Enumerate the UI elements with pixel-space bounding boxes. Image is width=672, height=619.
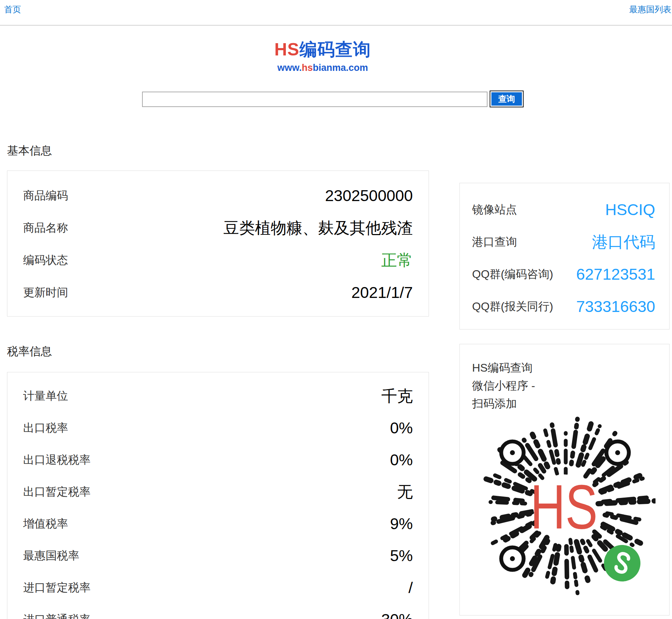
table-row: 商品编码 2302500000 <box>23 180 413 212</box>
tax-info-panel: 计量单位 千克 出口税率 0% 出口退税税率 0% 出口暂定税率 无 增值税率 … <box>7 372 429 619</box>
qr-center-text: HS <box>530 472 598 542</box>
code-status-value: 正常 <box>381 250 413 271</box>
row-label: 进口普通税率 <box>23 612 90 619</box>
row-label: 商品编码 <box>23 188 68 204</box>
url-prefix: www. <box>277 62 302 73</box>
caption-line: HS编码查询 <box>472 359 669 377</box>
wechat-miniprogram-logo-icon <box>604 545 640 581</box>
nav-home-link[interactable]: 首页 <box>4 4 21 15</box>
export-provisional-value: 无 <box>397 481 413 502</box>
basic-section-title: 基本信息 <box>7 143 52 159</box>
table-row: QQ群(编码咨询) 627123531 <box>472 258 655 291</box>
table-row: 出口暂定税率 无 <box>23 476 413 508</box>
table-row: 出口退税税率 0% <box>23 444 413 476</box>
vat-value: 9% <box>390 515 413 533</box>
table-row: 镜像站点 HSCIQ <box>472 194 655 226</box>
table-row: 最惠国税率 5% <box>23 540 413 572</box>
page: { "nav": { "home_label": "首页", "mfn_labe… <box>0 0 672 619</box>
site-logo: HS编码查询 <box>0 39 645 60</box>
url-suffix: bianma.com <box>313 62 368 73</box>
table-row: 出口税率 0% <box>23 412 413 444</box>
update-time-value: 2021/1/7 <box>351 284 413 302</box>
mfn-tax-value: 5% <box>390 547 413 565</box>
table-row: 计量单位 千克 <box>23 380 413 412</box>
row-label: 进口暂定税率 <box>23 580 90 595</box>
import-general-value: 30% <box>381 611 413 619</box>
top-nav: 首页 最惠国列表 <box>0 0 672 26</box>
table-row: 进口普通税率 30% <box>23 604 413 619</box>
row-label: 计量单位 <box>23 388 68 404</box>
side-links-panel: 镜像站点 HSCIQ 港口查询 港口代码 QQ群(编码咨询) 627123531… <box>459 183 670 330</box>
table-row: 商品名称 豆类植物糠、麸及其他残渣 <box>23 212 413 244</box>
qq-group-code-link[interactable]: 627123531 <box>576 265 655 284</box>
unit-value: 千克 <box>381 386 413 407</box>
caption-line: 微信小程序 - <box>472 377 669 395</box>
row-label: 更新时间 <box>23 285 68 300</box>
site-header: HS编码查询 www.hsbianma.com <box>0 39 645 73</box>
qr-eye-icon <box>501 441 524 464</box>
row-label: 增值税率 <box>23 516 68 532</box>
url-hs: hs <box>302 62 313 73</box>
table-row: 更新时间 2021/1/7 <box>23 277 413 309</box>
table-row: QQ群(报关同行) 733316630 <box>472 291 655 323</box>
commodity-name-value: 豆类植物糠、麸及其他残渣 <box>223 218 413 239</box>
miniprogram-caption: HS编码查询 微信小程序 - 扫码添加 <box>472 359 669 413</box>
table-row: 编码状态 正常 <box>23 244 413 277</box>
row-label: 港口查询 <box>472 234 517 250</box>
caption-line: 扫码添加 <box>472 395 669 413</box>
tax-section-title: 税率信息 <box>7 344 52 359</box>
miniprogram-panel: HS编码查询 微信小程序 - 扫码添加 HS <box>459 344 670 615</box>
row-label: 出口税率 <box>23 420 68 436</box>
row-label: 出口退税税率 <box>23 452 90 468</box>
row-label: 出口暂定税率 <box>23 484 90 500</box>
logo-rest: 编码查询 <box>300 40 371 59</box>
site-url: www.hsbianma.com <box>0 62 645 73</box>
row-label: 商品名称 <box>23 220 68 236</box>
row-label: 镜像站点 <box>472 202 517 218</box>
search-input[interactable] <box>142 92 488 107</box>
table-row: 港口查询 港口代码 <box>472 226 655 258</box>
table-row: 进口暂定税率 / <box>23 572 413 604</box>
basic-info-panel: 商品编码 2302500000 商品名称 豆类植物糠、麸及其他残渣 编码状态 正… <box>7 171 429 317</box>
wechat-miniprogram-qr-code-icon: HS <box>476 415 656 595</box>
logo-hs: HS <box>274 40 299 59</box>
row-label: QQ群(编码咨询) <box>472 267 553 282</box>
row-label: QQ群(报关同行) <box>472 299 553 314</box>
import-provisional-value: / <box>408 579 413 597</box>
qq-group-customs-link[interactable]: 733316630 <box>576 298 655 316</box>
table-row: 增值税率 9% <box>23 508 413 540</box>
row-label: 最惠国税率 <box>23 548 79 564</box>
qr-eye-icon <box>501 547 524 570</box>
search-button[interactable]: 查询 <box>490 91 524 107</box>
nav-mfn-list-link[interactable]: 最惠国列表 <box>629 4 671 15</box>
qr-eye-icon <box>606 441 629 464</box>
row-label: 编码状态 <box>23 253 68 268</box>
port-code-link[interactable]: 港口代码 <box>592 232 655 253</box>
hs-code-value: 2302500000 <box>325 187 413 205</box>
export-tax-value: 0% <box>390 419 413 437</box>
export-rebate-value: 0% <box>390 451 413 469</box>
mirror-site-link[interactable]: HSCIQ <box>605 201 655 219</box>
